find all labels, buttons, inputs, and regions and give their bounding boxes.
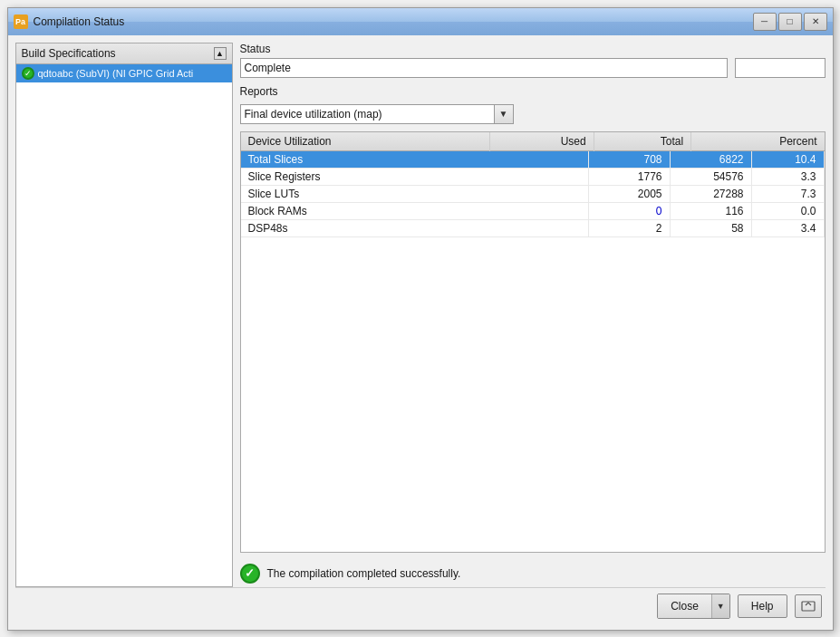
- col-percent: Percent: [691, 132, 825, 151]
- col-total: Total: [594, 132, 690, 151]
- reports-dropdown-button[interactable]: ▼: [494, 104, 514, 124]
- cell-percent: 3.3: [751, 168, 824, 185]
- cell-total: 58: [670, 219, 751, 236]
- main-area: Build Specifications ▲ ✓ qdtoabc (SubVI)…: [15, 43, 826, 587]
- collapse-button[interactable]: ▲: [214, 47, 227, 60]
- cell-percent: 7.3: [751, 185, 824, 202]
- build-item-label: qdtoabc (SubVI) (NI GPIC Grid Acti: [38, 68, 194, 79]
- extra-button[interactable]: [795, 594, 822, 618]
- cell-used: 1776: [588, 168, 670, 185]
- close-window-button[interactable]: ✕: [804, 13, 827, 31]
- cell-device-name: Total Slices: [241, 151, 589, 169]
- title-bar-buttons: ─ □ ✕: [753, 13, 827, 31]
- cell-total: 54576: [670, 168, 751, 185]
- status-section: Status: [240, 43, 826, 78]
- status-extra-field: [735, 58, 826, 78]
- table-header-row: Device Utilization Used Total Percent: [241, 132, 825, 151]
- status-row: [240, 58, 826, 78]
- left-panel-header: Build Specifications ▲: [16, 43, 232, 64]
- title-bar: Pa Compilation Status ─ □ ✕: [8, 8, 833, 35]
- cell-percent: 10.4: [751, 151, 824, 169]
- main-window: Pa Compilation Status ─ □ ✕ Build Specif…: [7, 7, 834, 631]
- cell-device-name: Slice Registers: [241, 168, 589, 185]
- app-icon: Pa: [14, 14, 28, 29]
- cell-total: 116: [670, 202, 751, 219]
- col-device-utilization: Device Utilization: [241, 132, 490, 151]
- reports-label: Reports: [240, 85, 826, 98]
- reports-dropdown-row: ▼: [240, 104, 826, 124]
- cell-used: 2: [588, 219, 670, 236]
- table-body-rows: Total Slices708682210.4Slice Registers17…: [241, 151, 825, 237]
- cell-total: 27288: [670, 185, 751, 202]
- maximize-button[interactable]: □: [778, 13, 802, 31]
- minimize-button[interactable]: ─: [753, 13, 777, 31]
- build-specs-title: Build Specifications: [22, 47, 116, 60]
- cell-percent: 3.4: [751, 219, 824, 236]
- footer: Close ▼ Help: [15, 587, 826, 623]
- cell-device-name: Block RAMs: [241, 202, 589, 219]
- cell-percent: 0.0: [751, 202, 824, 219]
- window-title: Compilation Status: [34, 15, 748, 28]
- cell-total: 6822: [670, 151, 751, 169]
- table-row[interactable]: Total Slices708682210.4: [241, 151, 825, 169]
- right-panel: Status Reports ▼: [240, 43, 826, 587]
- table-scroll-area[interactable]: Total Slices708682210.4Slice Registers17…: [241, 151, 825, 552]
- close-dropdown-button[interactable]: ▼: [711, 594, 729, 618]
- table-row[interactable]: Slice LUTs2005272887.3: [241, 185, 825, 202]
- cell-device-name: Slice LUTs: [241, 185, 589, 202]
- close-button-group: Close ▼: [657, 594, 730, 619]
- reports-section: Reports ▼: [240, 85, 826, 124]
- cell-used: 0: [588, 202, 670, 219]
- success-status-icon: ✓: [22, 67, 34, 80]
- close-button[interactable]: Close: [658, 594, 711, 618]
- left-panel: Build Specifications ▲ ✓ qdtoabc (SubVI)…: [15, 43, 233, 587]
- table-body: Total Slices708682210.4Slice Registers17…: [241, 151, 825, 237]
- build-specs-list[interactable]: ✓ qdtoabc (SubVI) (NI GPIC Grid Acti: [16, 64, 232, 586]
- device-utilization-table: Device Utilization Used Total Percent: [240, 131, 826, 553]
- col-used: Used: [490, 132, 594, 151]
- help-button[interactable]: Help: [738, 594, 787, 618]
- table-row[interactable]: DSP48s2583.4: [241, 219, 825, 236]
- window-content: Build Specifications ▲ ✓ qdtoabc (SubVI)…: [8, 35, 833, 630]
- table-row[interactable]: Slice Registers1776545763.3: [241, 168, 825, 185]
- compilation-success-icon: [240, 564, 260, 584]
- table-row[interactable]: Block RAMs01160.0: [241, 202, 825, 219]
- cell-used: 708: [588, 151, 670, 169]
- data-table: Device Utilization Used Total Percent: [241, 132, 825, 151]
- cell-device-name: DSP48s: [241, 219, 589, 236]
- status-label: Status: [240, 43, 826, 55]
- list-item[interactable]: ✓ qdtoabc (SubVI) (NI GPIC Grid Acti: [16, 64, 232, 82]
- reports-input[interactable]: [240, 104, 494, 124]
- compilation-message: The compilation completed successfully.: [267, 567, 461, 580]
- bottom-status-bar: The compilation completed successfully.: [240, 560, 826, 587]
- status-input: [240, 58, 728, 78]
- cell-used: 2005: [588, 185, 670, 202]
